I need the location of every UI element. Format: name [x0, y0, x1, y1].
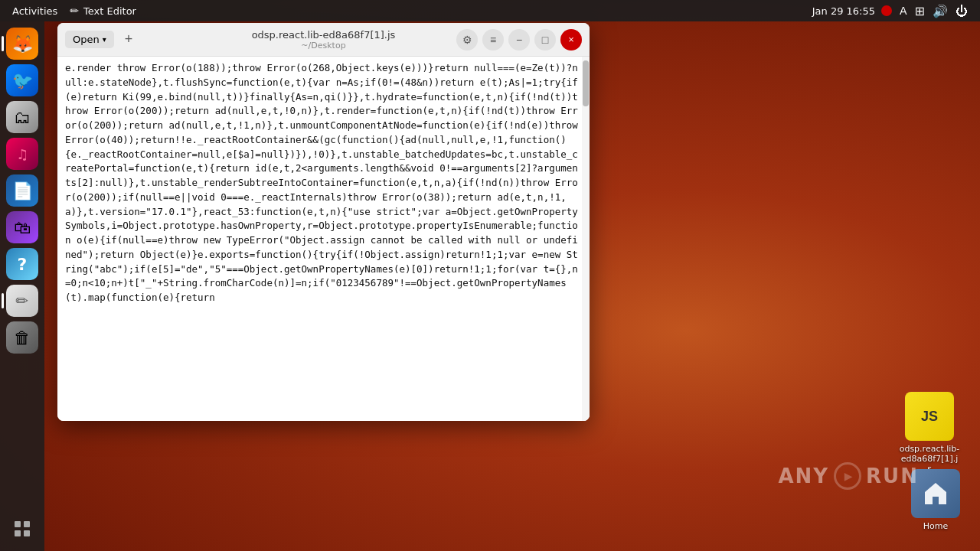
anyrun-play-icon — [834, 462, 861, 490]
topbar-app: ✏ Text Editor — [64, 5, 142, 17]
grid-icon — [13, 520, 31, 538]
dock-item-help[interactable]: ? — [6, 248, 38, 280]
svg-rect-2 — [15, 530, 21, 536]
home-label: Home — [923, 521, 948, 531]
svg-rect-1 — [24, 521, 30, 527]
open-chevron-icon: ▾ — [103, 35, 106, 44]
dock-item-appstore[interactable]: 🛍 — [6, 211, 38, 243]
window-filepath: ~/Desktop — [252, 41, 396, 51]
appstore-icon: 🛍 — [14, 218, 31, 237]
topbar-power-icon[interactable]: ⏻ — [956, 4, 968, 18]
close-indicator-icon — [881, 5, 892, 16]
firefox-icon: 🦊 — [12, 34, 33, 54]
thunderbird-icon: 🐦 — [12, 71, 33, 90]
dock-item-firefox[interactable]: 🦊 — [6, 28, 38, 60]
topbar-clock: Jan 29 16:55 — [812, 5, 875, 17]
close-icon: × — [568, 34, 574, 45]
rhythmbox-icon: ♫ — [16, 146, 28, 162]
maximize-button[interactable]: □ — [534, 29, 556, 51]
libreoffice-icon: 📄 — [12, 181, 33, 201]
topbar-right: A ⊞ 🔊 ⏻ — [875, 4, 974, 18]
activities-button[interactable]: Activities — [6, 5, 64, 17]
window-controls: ⚙ ≡ − □ × — [456, 29, 582, 51]
dock-item-rhythmbox[interactable]: ♫ — [6, 138, 38, 170]
topbar-a-icon: A — [900, 5, 907, 17]
window-title: odsp.react.lib-ed8a68f7[1].js ~/Desktop — [252, 29, 396, 51]
close-button[interactable]: × — [560, 29, 582, 51]
window-titlebar: Open ▾ + odsp.react.lib-ed8a68f7[1].js ~… — [57, 23, 590, 57]
trash-icon: 🗑 — [14, 328, 31, 347]
anyrun-suffix: RUN — [866, 465, 919, 487]
svg-rect-0 — [15, 521, 21, 527]
scrollbar[interactable] — [582, 57, 590, 421]
settings-icon: ⚙ — [462, 34, 472, 46]
desktop: Activities ✏ Text Editor Jan 29 16:55 A … — [0, 0, 980, 551]
dock-item-texteditor[interactable]: ✏ — [6, 285, 38, 317]
dock-item-grid[interactable] — [6, 513, 38, 545]
svg-rect-3 — [24, 530, 30, 536]
files-icon: 🗂 — [14, 108, 31, 127]
anyrun-text: ANY — [778, 465, 829, 487]
dock-item-trash[interactable]: 🗑 — [6, 321, 38, 354]
js-file-icon — [905, 392, 954, 441]
texteditor-icon: ✏ — [70, 5, 79, 17]
topbar-app-label: Text Editor — [83, 5, 136, 17]
topbar: Activities ✏ Text Editor Jan 29 16:55 A … — [0, 0, 980, 21]
text-editor-window: Open ▾ + odsp.react.lib-ed8a68f7[1].js ~… — [57, 23, 590, 421]
window-filename: odsp.react.lib-ed8a68f7[1].js — [252, 29, 396, 41]
window-content: e.render throw Error(o(188));throw Error… — [57, 57, 590, 421]
dock-item-files[interactable]: 🗂 — [6, 101, 38, 133]
dock-item-libreoffice[interactable]: 📄 — [6, 174, 38, 207]
texteditor-dock-icon: ✏ — [16, 292, 29, 310]
topbar-network-icon[interactable]: ⊞ — [915, 4, 925, 18]
open-button[interactable]: Open ▾ — [65, 31, 114, 48]
anyrun-watermark: ANY RUN — [778, 462, 919, 490]
new-tab-icon: + — [125, 31, 133, 47]
code-content[interactable]: e.render throw Error(o(188));throw Error… — [57, 57, 590, 421]
help-icon: ? — [18, 255, 28, 274]
scrollbar-thumb[interactable] — [583, 60, 589, 106]
open-label: Open — [73, 34, 100, 45]
new-tab-button[interactable]: + — [120, 28, 138, 51]
dock-item-thunderbird[interactable]: 🐦 — [6, 64, 38, 96]
topbar-volume-icon[interactable]: 🔊 — [933, 4, 948, 18]
minimize-button[interactable]: − — [508, 29, 530, 51]
menu-button[interactable]: ≡ — [482, 29, 504, 51]
minimize-icon: − — [516, 34, 522, 46]
dock: 🦊 🐦 🗂 ♫ 📄 🛍 ? ✏ 🗑 — [0, 21, 44, 551]
menu-icon: ≡ — [490, 34, 496, 46]
maximize-icon: □ — [542, 34, 548, 46]
settings-button[interactable]: ⚙ — [456, 29, 478, 51]
